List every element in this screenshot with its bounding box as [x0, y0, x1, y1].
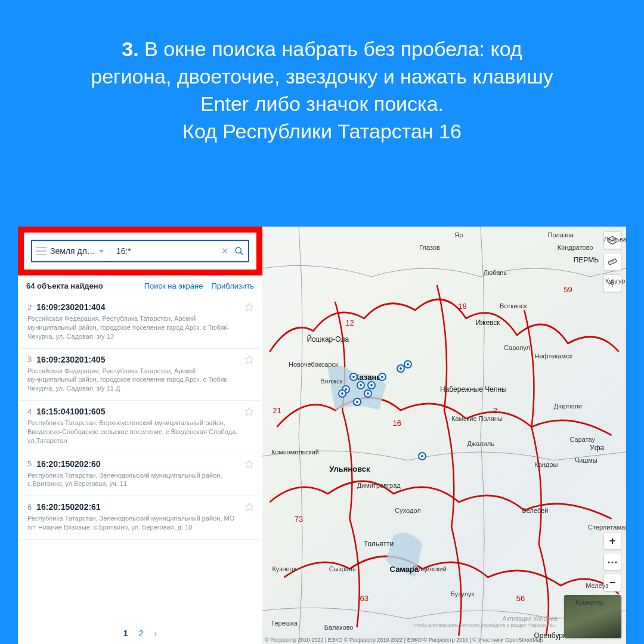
result-code: 16:20:150202:60	[36, 459, 100, 469]
region-number: 16	[392, 419, 401, 428]
svg-point-0	[236, 247, 241, 253]
map-attribution: © Росреестр 2010-2022 | ЕЭКО © Росреестр…	[265, 637, 561, 643]
map-marker[interactable]	[349, 373, 358, 381]
star-icon[interactable]	[244, 302, 254, 312]
result-item[interactable]: 616:20:150202:61Республика Татарстан, Зе…	[19, 496, 261, 540]
separator	[110, 244, 110, 258]
city-label: Воткинск	[500, 302, 527, 309]
city-label: Суходол	[395, 507, 420, 514]
region-number: 63	[360, 594, 369, 603]
result-address: Российская Федерация, Республика Татарст…	[27, 314, 253, 341]
city-label: Комсомольский	[271, 448, 319, 456]
result-index: 3	[27, 355, 32, 364]
city-label: Терешка	[271, 620, 297, 627]
map-marker[interactable]	[367, 381, 376, 389]
result-code: 16:15:041001:605	[36, 407, 105, 416]
city-label: Глазов	[419, 244, 440, 251]
windows-watermark: Активация Windows Чтобы активировать Win…	[413, 615, 558, 628]
search-highlight: Земля дл… ✕	[18, 227, 262, 275]
svg-line-11	[613, 260, 614, 261]
svg-marker-4	[245, 407, 253, 415]
svg-marker-2	[245, 303, 253, 311]
svg-line-9	[610, 261, 611, 262]
measure-button[interactable]	[603, 253, 621, 271]
city-label: Кунгур	[605, 277, 626, 284]
city-label: Мелеуз	[586, 582, 608, 589]
results-panel: Земля дл… ✕ 64 объекта найдено Поиск на …	[18, 227, 262, 644]
result-address: Республика Татарстан, Верхнеуслонский му…	[27, 419, 253, 445]
map-marker[interactable]	[338, 389, 346, 398]
page-2[interactable]: 2	[139, 628, 144, 638]
city-label: Уфа	[590, 444, 604, 452]
map-marker[interactable]	[404, 360, 412, 369]
region-number: 21	[273, 406, 281, 415]
star-icon[interactable]	[244, 355, 254, 364]
map-marker[interactable]	[357, 381, 365, 389]
map-marker[interactable]	[353, 398, 361, 406]
search-icon[interactable]	[234, 246, 244, 256]
zoom-in-button[interactable]: +	[603, 532, 621, 550]
result-index: 5	[27, 459, 32, 468]
star-icon[interactable]	[244, 502, 254, 512]
clear-icon[interactable]: ✕	[220, 246, 230, 256]
svg-line-10	[612, 261, 612, 262]
results-header: 64 объекта найдено Поиск на экране Прибл…	[18, 275, 262, 296]
result-index: 2	[27, 303, 32, 312]
region-number: 12	[345, 318, 354, 327]
page-1[interactable]: 1	[123, 628, 128, 638]
city-label: Любань	[484, 269, 507, 276]
city-label: Сарапул	[504, 344, 530, 351]
city-label: Новочебоксарск	[289, 361, 338, 368]
category-dropdown[interactable]: Земля дл…	[50, 246, 95, 256]
zoom-level-button[interactable]: ⋯	[603, 553, 621, 571]
region-number: 2	[493, 406, 497, 415]
page-next-icon[interactable]: ›	[154, 628, 157, 638]
city-label: Кумертау	[575, 599, 604, 606]
result-item[interactable]: 216:09:230201:404Российская Федерация, Р…	[19, 296, 261, 349]
city-label: Волжск	[320, 377, 342, 385]
city-label: Набережные Челны	[440, 385, 507, 394]
city-label: Оренбург	[534, 631, 565, 640]
svg-marker-5	[245, 460, 253, 467]
search-input[interactable]	[114, 246, 216, 256]
city-label: Яр	[454, 231, 463, 239]
map-marker[interactable]	[378, 373, 386, 381]
city-label: Джалиль	[467, 440, 494, 447]
map-marker[interactable]	[364, 389, 372, 398]
zoom-link[interactable]: Приблизить	[212, 281, 255, 290]
city-label: Стерлитамак	[588, 524, 626, 531]
city-label: Йошкар-Ола	[306, 335, 349, 343]
city-label: Сызрань	[329, 565, 356, 572]
svg-marker-6	[245, 503, 253, 511]
map-viewport[interactable]: + ⋯ − Активация Windows Чтобы активирова…	[262, 227, 626, 644]
search-on-screen-link[interactable]: Поиск на экране	[144, 281, 203, 290]
result-item[interactable]: 316:09:230201:405Российская Федерация, Р…	[19, 349, 261, 401]
city-label: Балаково	[324, 624, 354, 631]
city-label: Саратау	[570, 436, 596, 443]
city-label: Чишмы	[575, 457, 597, 464]
results-count: 64 объекта найдено	[26, 281, 103, 290]
city-label: Ульяновск	[329, 465, 370, 473]
city-label: Кандры	[534, 461, 558, 468]
result-item[interactable]: 416:15:041001:605Республика Татарстан, В…	[19, 401, 261, 453]
result-code: 16:09:230201:405	[36, 355, 105, 364]
result-code: 16:09:230201:404	[36, 302, 105, 312]
region-number: 56	[516, 594, 525, 603]
results-list: 216:09:230201:404Российская Федерация, Р…	[18, 296, 262, 620]
city-label: Лысьва	[604, 236, 626, 243]
star-icon[interactable]	[244, 459, 254, 469]
city-label: Димитровград	[357, 482, 401, 489]
city-label: Белебей	[522, 507, 549, 514]
svg-marker-3	[245, 355, 253, 363]
instruction-text: 3. В окне поиска набрать без пробела: ко…	[0, 0, 644, 163]
chevron-down-icon	[99, 250, 104, 253]
map-marker[interactable]	[418, 452, 426, 460]
menu-icon[interactable]	[36, 247, 47, 255]
result-item[interactable]: 516:20:150202:60Республика Татарстан, Зе…	[19, 453, 261, 497]
region-number: 18	[458, 302, 466, 311]
city-label: Кондратово	[558, 244, 593, 251]
result-index: 6	[27, 503, 32, 512]
city-label: Бузулук	[451, 590, 474, 597]
result-code: 16:20:150202:61	[36, 502, 100, 512]
star-icon[interactable]	[244, 407, 254, 416]
